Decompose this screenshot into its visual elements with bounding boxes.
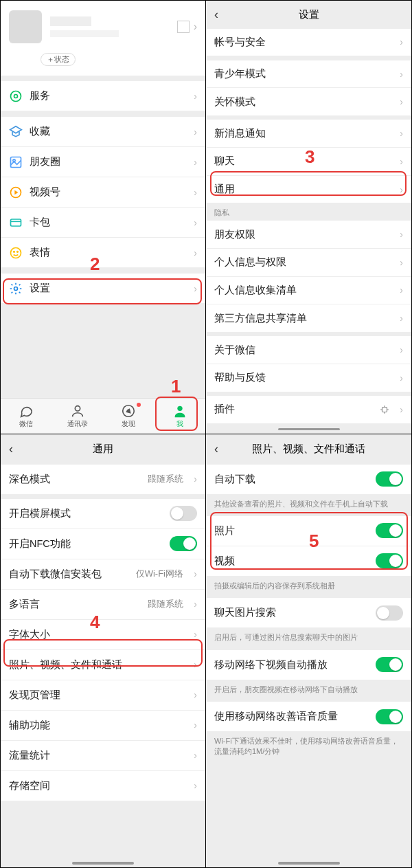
row-discover-mgmt[interactable]: 发现页管理› — [1, 680, 205, 711]
chevron-right-icon: › — [186, 629, 197, 640]
chevron-right-icon: › — [186, 247, 197, 258]
toggle-chat-image-search[interactable] — [376, 605, 403, 621]
row-chat[interactable]: 聊天› — [206, 148, 411, 176]
tab-contacts[interactable]: 通讯录 — [52, 399, 104, 434]
row-video[interactable]: 视频 — [206, 546, 411, 577]
gear-icon — [9, 282, 23, 296]
row-about[interactable]: 关于微信› — [206, 336, 411, 364]
row-auto-download-pkg[interactable]: 自动下载微信安装包仅Wi-Fi网络› — [1, 559, 205, 590]
chevron-right-icon: › — [186, 283, 197, 294]
chevron-right-icon: › — [186, 474, 197, 485]
row-friends-perm[interactable]: 朋友权限› — [206, 221, 411, 249]
row-favorites[interactable]: 收藏› — [1, 117, 205, 147]
row-general[interactable]: 通用› — [206, 176, 411, 204]
row-settings[interactable]: 设置› — [1, 274, 205, 304]
qrcode-icon[interactable] — [177, 21, 190, 33]
chevron-right-icon: › — [186, 750, 197, 761]
tab-me[interactable]: 我 — [154, 399, 206, 434]
row-label: 移动网络下视频自动播放 — [214, 658, 376, 671]
chevron-right-icon: › — [392, 184, 403, 195]
row-label: 青少年模式 — [214, 67, 392, 80]
row-landscape[interactable]: 开启横屏模式 — [1, 499, 205, 529]
row-thirdparty[interactable]: 第三方信息共享清单› — [206, 304, 411, 333]
row-value: 跟随系统 — [148, 473, 186, 485]
row-nfc[interactable]: 开启NFC功能 — [1, 529, 205, 559]
title-bar: ‹ 照片、视频、文件和通话 — [206, 434, 411, 465]
discover-icon — [121, 403, 136, 419]
back-icon[interactable]: ‹ — [9, 442, 13, 456]
chevron-right-icon: › — [392, 36, 403, 47]
chevron-right-icon: › — [186, 157, 197, 168]
back-icon[interactable]: ‹ — [214, 8, 218, 22]
chevron-right-icon: › — [392, 156, 403, 167]
row-label: 多语言 — [9, 598, 148, 611]
chevron-right-icon: › — [194, 21, 197, 33]
toggle-cellular-autoplay[interactable] — [376, 657, 403, 672]
row-personal-perm[interactable]: 个人信息与权限› — [206, 249, 411, 277]
profile-header[interactable]: › — [1, 1, 205, 50]
note-album: 拍摄或编辑后的内容保存到系统相册 — [206, 577, 411, 598]
chevron-right-icon: › — [392, 96, 403, 107]
chevron-right-icon: › — [392, 285, 403, 296]
home-indicator — [72, 862, 134, 865]
status-chip[interactable]: ＋状态 — [41, 53, 76, 66]
row-label: 个人信息与权限 — [214, 256, 392, 269]
row-dark-mode[interactable]: 深色模式跟随系统› — [1, 465, 205, 495]
row-account-security[interactable]: 帐号与安全› — [206, 29, 411, 57]
toggle-nfc[interactable] — [170, 536, 197, 551]
row-cards[interactable]: 卡包› — [1, 208, 205, 238]
row-channels[interactable]: 视频号› — [1, 177, 205, 208]
row-language[interactable]: 多语言跟随系统› — [1, 590, 205, 620]
tab-chat[interactable]: 微信 — [1, 399, 52, 434]
row-label: 自动下载 — [214, 473, 376, 486]
chevron-right-icon: › — [392, 313, 403, 324]
row-care-mode[interactable]: 关怀模式› — [206, 88, 411, 116]
row-label: 帐号与安全 — [214, 36, 392, 49]
row-auto-download[interactable]: 自动下载 — [206, 465, 411, 495]
row-label: 关怀模式 — [214, 96, 392, 109]
row-chat-image-search[interactable]: 聊天图片搜索 — [206, 598, 411, 628]
svg-marker-13 — [126, 408, 131, 413]
row-voip-cellular[interactable]: 使用移动网络改善语音质量 — [206, 702, 411, 732]
services-icon — [9, 89, 23, 103]
toggle-video[interactable] — [376, 553, 403, 568]
tab-discover[interactable]: 发现 — [103, 399, 154, 434]
svg-point-14 — [177, 405, 182, 410]
svg-rect-15 — [382, 407, 387, 412]
svg-point-7 — [11, 247, 21, 258]
row-media-settings[interactable]: 照片、视频、文件和通话› — [1, 650, 205, 680]
row-help[interactable]: 帮助与反馈› — [206, 364, 411, 392]
row-label: 使用移动网络改善语音质量 — [214, 710, 376, 723]
note-chat-image-search: 启用后，可通过图片信息搜索聊天中的图片 — [206, 628, 411, 649]
home-indicator — [278, 862, 340, 865]
row-moments[interactable]: 朋友圈› — [1, 147, 205, 177]
row-stickers[interactable]: 表情› — [1, 238, 205, 268]
row-label: 自动下载微信安装包 — [9, 568, 136, 581]
back-icon[interactable]: ‹ — [214, 442, 218, 456]
tab-label: 我 — [176, 419, 183, 429]
page-title: 设置 — [299, 8, 319, 21]
toggle-photo[interactable] — [376, 523, 403, 538]
tab-label: 发现 — [122, 419, 135, 429]
cards-icon — [9, 216, 23, 230]
chevron-right-icon: › — [186, 659, 197, 670]
toggle-auto-download[interactable] — [376, 471, 403, 487]
row-storage[interactable]: 存储空间› — [1, 771, 205, 801]
row-font-size[interactable]: 字体大小› — [1, 620, 205, 650]
row-services[interactable]: 服务› — [1, 81, 205, 111]
toggle-landscape[interactable] — [170, 506, 197, 521]
row-notifications[interactable]: 新消息通知› — [206, 120, 411, 148]
row-traffic-stats[interactable]: 流量统计› — [1, 741, 205, 771]
row-collect-list[interactable]: 个人信息收集清单› — [206, 277, 411, 305]
row-accessibility[interactable]: 辅助功能› — [1, 711, 205, 741]
toggle-voip-cellular[interactable] — [376, 709, 403, 724]
row-cellular-autoplay[interactable]: 移动网络下视频自动播放 — [206, 650, 411, 680]
row-plugins[interactable]: 插件 › — [206, 396, 411, 424]
row-value: 跟随系统 — [148, 598, 186, 610]
row-teen-mode[interactable]: 青少年模式› — [206, 60, 411, 89]
row-label: 存储空间 — [9, 779, 186, 792]
row-photo[interactable]: 照片 — [206, 516, 411, 546]
note-cellular-autoplay: 开启后，朋友圈视频在移动网络下自动播放 — [206, 680, 411, 702]
tab-label: 微信 — [19, 419, 33, 429]
title-bar: ‹ 通用 — [1, 434, 205, 465]
